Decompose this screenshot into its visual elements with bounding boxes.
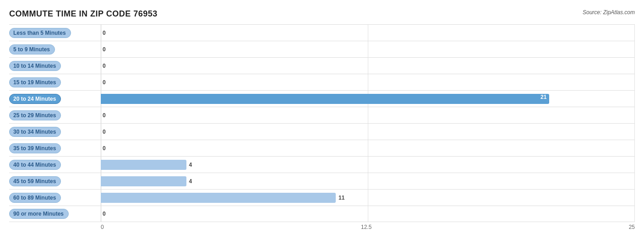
bar-row: 5 to 9 Minutes0 [9, 41, 635, 57]
bar-label: Less than 5 Minutes [9, 28, 71, 38]
chart-area: Less than 5 Minutes05 to 9 Minutes010 to… [9, 24, 635, 222]
bar-value: 0 [103, 30, 106, 36]
chart-header: COMMUTE TIME IN ZIP CODE 76953 Source: Z… [9, 9, 635, 19]
chart-title: COMMUTE TIME IN ZIP CODE 76953 [9, 9, 158, 19]
x-tick: 25 [629, 224, 635, 230]
bar-row: 15 to 19 Minutes0 [9, 74, 635, 90]
bar-label: 30 to 34 Minutes [9, 127, 61, 137]
bar-value: 0 [103, 129, 106, 135]
bar-fill [101, 193, 336, 203]
bar-label: 40 to 44 Minutes [9, 160, 61, 170]
bar-row: 20 to 24 Minutes21 [9, 90, 635, 107]
bar-row: 60 to 89 Minutes11 [9, 189, 635, 206]
bar-label: 5 to 9 Minutes [9, 44, 55, 54]
bar-label: 10 to 14 Minutes [9, 61, 61, 71]
bar-value: 0 [103, 211, 106, 217]
bar-row: 90 or more Minutes0 [9, 206, 635, 222]
chart-source: Source: ZipAtlas.com [583, 9, 635, 16]
bar-label: 60 to 89 Minutes [9, 193, 61, 203]
bar-value: 4 [189, 178, 192, 185]
bar-row: 25 to 29 Minutes0 [9, 107, 635, 123]
bar-label: 25 to 29 Minutes [9, 110, 61, 120]
bar-value: 4 [189, 162, 192, 168]
bar-value: 0 [103, 145, 106, 152]
bar-value: 21 [540, 94, 546, 100]
x-axis-inner: 012.525 [101, 224, 635, 230]
bar-label: 20 to 24 Minutes [9, 94, 61, 104]
bar-fill [101, 160, 186, 170]
bar-fill: 21 [101, 94, 549, 104]
bar-row: 35 to 39 Minutes0 [9, 140, 635, 156]
bar-label: 15 to 19 Minutes [9, 77, 61, 87]
bar-value: 0 [103, 46, 106, 53]
x-axis: 012.525 [9, 224, 635, 230]
x-tick: 12.5 [361, 224, 371, 230]
bar-value: 0 [103, 112, 106, 119]
bar-value: 0 [103, 63, 106, 69]
bar-label: 35 to 39 Minutes [9, 143, 61, 153]
bar-label: 45 to 59 Minutes [9, 176, 61, 186]
bar-fill [101, 176, 186, 186]
bar-value: 11 [338, 195, 344, 201]
bar-value: 0 [103, 79, 106, 86]
bar-row: Less than 5 Minutes0 [9, 24, 635, 41]
x-tick: 0 [101, 224, 104, 230]
bar-label: 90 or more Minutes [9, 209, 69, 219]
bar-row: 10 to 14 Minutes0 [9, 57, 635, 74]
bar-row: 40 to 44 Minutes4 [9, 156, 635, 173]
bar-row: 30 to 34 Minutes0 [9, 123, 635, 140]
chart-container: COMMUTE TIME IN ZIP CODE 76953 Source: Z… [0, 5, 644, 239]
bar-row: 45 to 59 Minutes4 [9, 173, 635, 189]
